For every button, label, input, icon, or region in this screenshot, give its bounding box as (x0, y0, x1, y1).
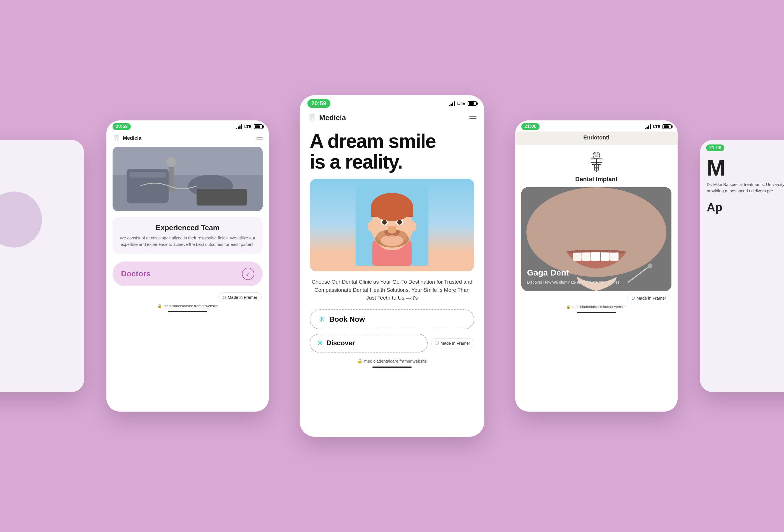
implant-title: Dental Implant (575, 175, 618, 183)
asterisk-icon-discover: ✳ (317, 339, 323, 347)
far-left-circle (0, 192, 42, 248)
status-icons-center: LTE (449, 101, 477, 106)
svg-point-20 (368, 222, 374, 231)
doctors-button[interactable]: Doctors ↙ (113, 261, 263, 286)
doctors-arrow-icon: ↙ (242, 268, 254, 280)
svg-point-19 (397, 220, 402, 225)
svg-rect-43 (591, 252, 600, 261)
book-now-button[interactable]: ✳ Book Now (310, 309, 474, 329)
signal-bars-left (236, 124, 242, 129)
svg-point-36 (594, 153, 599, 157)
far-right-apt: Ap (707, 201, 784, 214)
signal-bars-center (449, 101, 455, 106)
nav-logo-left: 🦷 Medicia (113, 134, 141, 142)
footer-center: 🔒 mediciadentalcare.framer.website (300, 356, 484, 372)
gaga-dent-title: Gaga Dent (527, 268, 666, 278)
discover-label: Discover (327, 339, 355, 347)
hero-text: A dream smile is a reality. (300, 125, 484, 176)
nav-left: 🦷 Medicia (106, 132, 269, 144)
far-right-desc: Dr. Mike Ba special treatments. Universi… (707, 181, 784, 194)
phone-far-right: 21:00 LTE M Dr. Mike Ba special treatmen… (700, 140, 784, 392)
about-img-left: About Us (113, 147, 263, 211)
far-left-sub-text: levate Your (0, 176, 76, 183)
lte-right: LTE (653, 124, 660, 129)
face-bg (310, 179, 474, 271)
book-now-label: Book Now (329, 315, 365, 324)
url-left: 🔒 mediciadentalcare.framer.website (157, 304, 218, 308)
svg-point-21 (410, 222, 416, 231)
footer-made-right: ⬡ Made in Framer (523, 293, 670, 303)
phone-center: 20:59 LTE 🦷 Medicia (300, 95, 484, 437)
signal-bars-right (645, 124, 651, 129)
time-left: 20:59 (113, 123, 131, 130)
status-bar-center: 20:59 LTE (300, 95, 484, 110)
svg-point-6 (166, 157, 176, 167)
experienced-team-box: Experienced Team We consist of dentists … (113, 217, 263, 254)
svg-rect-3 (129, 172, 166, 177)
svg-rect-23 (371, 205, 413, 217)
phone-far-left: LTE nt levate Your ⬡ Made in Framer (0, 140, 84, 392)
phone-right: 21:00 LTE Endotonti (515, 120, 678, 412)
framer-icon-right: ⬡ (632, 296, 635, 301)
battery-left (254, 124, 263, 129)
status-icons-right: LTE (645, 124, 671, 129)
brand-left: Medicia (123, 135, 141, 141)
experienced-desc: We consist of dentists specialized in th… (119, 235, 256, 248)
phone-left: 20:59 LTE 🦷 Medicia (106, 120, 269, 412)
url-right: 🔒 mediciadentalcare.framer.website (566, 305, 627, 309)
far-left-partial-text: nt (0, 157, 76, 174)
svg-rect-44 (600, 252, 610, 261)
svg-point-18 (382, 220, 387, 225)
framer-icon-left: ⬡ (223, 295, 226, 300)
gaga-dent-desc: Discover How We Illuminate and Elevate Y… (527, 280, 666, 285)
experienced-title: Experienced Team (119, 223, 256, 232)
status-icons-left: LTE (236, 124, 263, 129)
dental-implant-section: Dental Implant (515, 145, 678, 187)
phones-container: LTE nt levate Your ⬡ Made in Framer 20:5… (0, 0, 784, 532)
battery-center (468, 101, 477, 106)
framer-icon-center: ⬡ (436, 341, 439, 345)
lte-center: LTE (457, 101, 465, 106)
far-right-initial: M (707, 157, 784, 179)
right-header: Endotonti (515, 132, 678, 145)
nav-center: 🦷 Medicia (300, 110, 484, 125)
time-farright: 21:00 (706, 144, 724, 151)
discover-button[interactable]: ✳ Discover (310, 334, 428, 353)
status-bar-right: 21:00 LTE (515, 120, 678, 132)
made-in-framer-left: ⬡ Made in Framer (218, 292, 261, 302)
center-desc: Choose Our Dental Clinic as Your Go-To D… (300, 274, 484, 306)
home-indicator-center (372, 366, 412, 368)
svg-rect-42 (582, 252, 590, 261)
footer-left: ⬡ Made in Framer 🔒 mediciadentalcare.fra… (106, 290, 269, 315)
footer-made-left: ⬡ Made in Framer (114, 292, 261, 302)
time-right: 21:00 (521, 123, 539, 130)
tooth-icon-left: 🦷 (113, 134, 120, 142)
svg-point-14 (381, 235, 403, 246)
home-indicator-right (577, 312, 616, 313)
person-face-svg (356, 185, 428, 266)
doctors-label: Doctors (121, 269, 151, 278)
hamburger-left[interactable] (256, 137, 263, 139)
made-in-framer-right: ⬡ Made in Framer (627, 293, 670, 303)
tooth-icon-center: 🦷 (307, 113, 316, 122)
made-in-framer-center: ⬡ Made in Framer (431, 338, 474, 348)
implant-icon-svg (584, 150, 609, 175)
hero-image-center (310, 179, 474, 271)
lte-left: LTE (245, 124, 251, 129)
status-bar-left: 20:59 LTE (106, 120, 269, 132)
hamburger-center[interactable] (469, 116, 477, 119)
svg-rect-41 (573, 253, 582, 261)
about-img-svg (113, 147, 263, 211)
nav-logo-center: 🦷 Medicia (307, 113, 346, 122)
discover-row: ✳ Discover ⬡ Made in Framer (310, 334, 474, 353)
url-center: 🔒 mediciadentalcare.framer.website (357, 359, 427, 364)
gaga-dent-card: Gaga Dent Discover How We Illuminate and… (521, 187, 671, 291)
time-center: 20:59 (307, 99, 330, 108)
svg-rect-7 (197, 189, 247, 205)
asterisk-icon-book: ✳ (319, 315, 325, 324)
home-indicator-left (168, 311, 207, 312)
battery-right (663, 124, 671, 129)
footer-right: ⬡ Made in Framer 🔒 mediciadentalcare.fra… (515, 291, 678, 316)
svg-rect-45 (610, 252, 618, 261)
gaga-dent-overlay: Gaga Dent Discover How We Illuminate and… (521, 262, 671, 291)
